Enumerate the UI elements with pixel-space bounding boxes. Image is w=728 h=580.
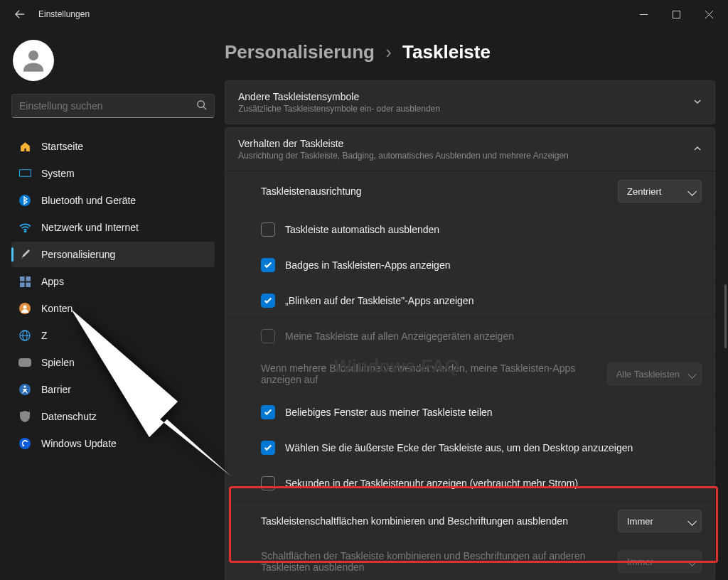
row-label: „Blinken auf der Taskleiste"-Apps anzeig… xyxy=(285,295,702,306)
section-subtitle: Ausrichtung der Taskleiste, Badging, aut… xyxy=(238,151,569,161)
svg-rect-8 xyxy=(20,170,31,176)
svg-rect-13 xyxy=(20,282,25,287)
chevron-up-icon xyxy=(693,143,702,156)
checkbox-unchecked[interactable] xyxy=(261,476,275,490)
svg-point-21 xyxy=(24,386,26,388)
checkbox-disabled xyxy=(261,329,275,343)
scrollbar[interactable] xyxy=(724,284,727,348)
sidebar-item-label: Bluetooth und Geräte xyxy=(41,195,136,206)
sidebar-item-label: System xyxy=(41,168,75,179)
checkbox-checked[interactable] xyxy=(261,405,275,419)
brush-icon xyxy=(18,248,31,261)
row-autohide[interactable]: Taskleiste automatisch ausblenden xyxy=(225,211,714,247)
row-corner[interactable]: Wählen Sie die äußerste Ecke der Tasklei… xyxy=(225,429,714,465)
sidebar-item-label: Datenschutz xyxy=(41,411,97,422)
row-alignment: Taskleistenausrichtung Zentriert xyxy=(225,171,714,211)
row-combine-2: Schaltflächen der Taskleiste kombinieren… xyxy=(225,541,714,580)
globe-icon xyxy=(18,329,31,342)
section-subtitle: Zusätzliche Taskleistensymbole ein- oder… xyxy=(238,104,440,114)
row-label: Wenn mehrere Bildschirme verwendet werde… xyxy=(261,362,607,385)
section-title: Verhalten der Taskleiste xyxy=(238,138,569,149)
svg-rect-11 xyxy=(20,276,25,281)
sidebar-item-startseite[interactable]: Startseite xyxy=(11,134,215,159)
svg-point-4 xyxy=(28,50,38,60)
multi-dropdown: Alle Taskleisten xyxy=(607,362,702,385)
row-share[interactable]: Beliebiges Fenster aus meiner Taskleiste… xyxy=(225,394,714,429)
row-multi: Wenn mehrere Bildschirme verwendet werde… xyxy=(225,353,714,394)
shield-icon xyxy=(18,410,31,423)
sidebar-item-apps[interactable]: Apps xyxy=(11,269,215,294)
svg-point-16 xyxy=(23,306,27,309)
svg-line-6 xyxy=(203,107,206,109)
nav: Startseite System Bluetooth und Geräte N… xyxy=(11,134,215,456)
row-seconds[interactable]: Sekunden in der Taskleistenuhr anzeigen … xyxy=(225,465,714,500)
system-icon xyxy=(18,167,31,180)
sidebar-item-bluetooth[interactable]: Bluetooth und Geräte xyxy=(11,188,215,213)
breadcrumb: Personalisierung › Taskleiste xyxy=(225,41,719,63)
gaming-icon xyxy=(18,356,31,369)
sidebar-item-konten[interactable]: Konten xyxy=(11,296,215,321)
account-icon xyxy=(18,302,31,315)
section-title: Andere Taskleistensymbole xyxy=(238,91,440,102)
sidebar-item-label: Netzwerk und Internet xyxy=(41,222,139,233)
sidebar-item-label: Apps xyxy=(41,276,64,287)
search-input[interactable] xyxy=(11,94,215,118)
sidebar-item-zeit[interactable]: Z xyxy=(11,323,215,348)
row-combine-1: Taskleistenschaltflächen kombinieren und… xyxy=(225,500,714,541)
breadcrumb-current: Taskleiste xyxy=(402,41,491,63)
sidebar-item-label: Startseite xyxy=(41,141,83,152)
row-label: Taskleistenausrichtung xyxy=(261,186,618,197)
row-alldisplays: Meine Taskleiste auf allen Anzeigegeräte… xyxy=(225,318,714,353)
row-label: Taskleiste automatisch ausblenden xyxy=(285,224,702,235)
row-label: Taskleistenschaltflächen kombinieren und… xyxy=(261,515,618,527)
search-field[interactable] xyxy=(19,100,196,112)
row-label: Sekunden in der Taskleistenuhr anzeigen … xyxy=(285,478,702,489)
back-button[interactable] xyxy=(10,4,30,24)
svg-rect-14 xyxy=(26,282,31,287)
row-label: Beliebiges Fenster aus meiner Taskleiste… xyxy=(285,407,702,418)
window-title: Einstellungen xyxy=(38,9,90,19)
checkbox-unchecked[interactable] xyxy=(261,222,275,237)
sidebar-item-datenschutz[interactable]: Datenschutz xyxy=(11,404,215,429)
bluetooth-icon xyxy=(18,194,31,207)
sidebar-item-label: Spielen xyxy=(41,357,75,368)
sidebar: Startseite System Bluetooth und Geräte N… xyxy=(0,28,220,580)
minimize-button[interactable] xyxy=(627,3,660,26)
maximize-button[interactable] xyxy=(660,3,692,26)
close-button[interactable] xyxy=(692,3,725,26)
checkbox-checked[interactable] xyxy=(261,294,275,308)
sidebar-item-netzwerk[interactable]: Netzwerk und Internet xyxy=(11,215,215,240)
section-behavior-header[interactable]: Verhalten der Taskleiste Ausrichtung der… xyxy=(225,128,714,171)
sidebar-item-label: Z xyxy=(41,330,48,341)
svg-point-22 xyxy=(19,438,31,449)
checkbox-checked[interactable] xyxy=(261,441,275,455)
alignment-dropdown[interactable]: Zentriert xyxy=(618,180,702,203)
apps-icon xyxy=(18,275,31,288)
search-icon xyxy=(196,100,207,113)
sidebar-item-label: Windows Update xyxy=(41,438,117,449)
combine1-dropdown[interactable]: Immer xyxy=(618,510,702,532)
checkbox-checked[interactable] xyxy=(261,258,275,272)
sidebar-item-label: Personalisierung xyxy=(41,249,115,260)
combine2-dropdown: Immer xyxy=(618,550,702,573)
sidebar-item-windows-update[interactable]: Windows Update xyxy=(11,431,215,456)
accessibility-icon xyxy=(18,383,31,396)
row-label: Wählen Sie die äußerste Ecke der Tasklei… xyxy=(285,442,702,453)
wifi-icon xyxy=(18,221,31,234)
row-badges[interactable]: Badges in Taskleisten-Apps anzeigen xyxy=(225,247,714,282)
row-label: Meine Taskleiste auf allen Anzeigegeräte… xyxy=(285,331,702,342)
row-flash[interactable]: „Blinken auf der Taskleiste"-Apps anzeig… xyxy=(225,282,714,318)
sidebar-item-personalisierung[interactable]: Personalisierung xyxy=(11,242,215,267)
sidebar-item-label: Barrier xyxy=(41,384,71,395)
sidebar-item-spielen[interactable]: Spielen xyxy=(11,350,215,375)
update-icon xyxy=(18,437,31,450)
avatar[interactable] xyxy=(13,40,54,81)
sidebar-item-barrierefreiheit[interactable]: Barrier xyxy=(11,377,215,402)
breadcrumb-parent[interactable]: Personalisierung xyxy=(225,41,375,63)
chevron-right-icon: › xyxy=(385,41,392,63)
svg-point-5 xyxy=(198,100,204,107)
chevron-down-icon xyxy=(693,96,702,109)
sidebar-item-system[interactable]: System xyxy=(11,161,215,186)
svg-rect-1 xyxy=(673,11,680,18)
section-other-icons[interactable]: Andere Taskleistensymbole Zusätzliche Ta… xyxy=(225,80,715,124)
